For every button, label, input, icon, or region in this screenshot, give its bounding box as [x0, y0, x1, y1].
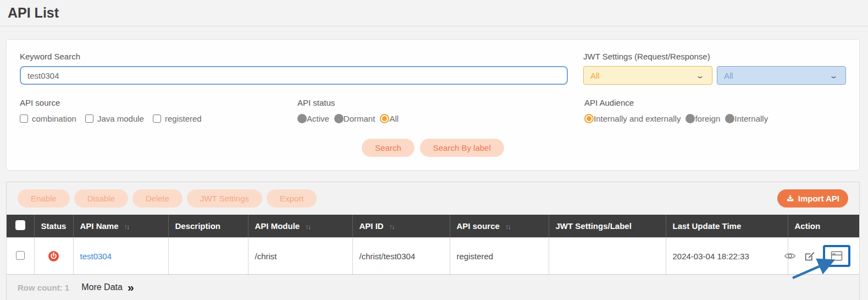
- checkbox-registered[interactable]: registered: [153, 114, 202, 123]
- jwt-request-value: All: [590, 71, 600, 80]
- api-card-icon[interactable]: [831, 251, 843, 261]
- cell-jwt-settings-label: [549, 238, 666, 275]
- radio-icon[interactable]: [334, 114, 344, 123]
- search-button[interactable]: Search: [362, 139, 414, 157]
- radio-audience-internally-externally[interactable]: Internally and externally: [584, 114, 681, 123]
- col-api-id: API ID↑↓: [352, 215, 450, 238]
- more-data-button[interactable]: More Data »: [81, 282, 134, 292]
- checkbox-combination[interactable]: combination: [20, 114, 76, 123]
- double-chevron-right-icon: »: [128, 283, 134, 291]
- radio-audience-internally[interactable]: Internally: [725, 114, 768, 123]
- keyword-search-input[interactable]: [20, 66, 568, 85]
- table-row: test0304 /christ /christ/test0304 regist…: [7, 238, 859, 275]
- checkbox-java-module[interactable]: Java module: [85, 114, 144, 123]
- sort-icon[interactable]: ↑↓: [505, 222, 510, 231]
- cell-api-id: /christ/test0304: [352, 238, 450, 275]
- col-status: Status: [34, 215, 73, 238]
- export-button[interactable]: Export: [267, 189, 317, 208]
- table-toolbar: Enable Disable Delete JWT Settings Expor…: [7, 182, 859, 215]
- jwt-response-value: All: [724, 71, 733, 80]
- api-status-label: API status: [297, 98, 584, 107]
- page-title: API List: [0, 0, 868, 26]
- chevron-down-icon: ⌄: [829, 72, 838, 80]
- api-audience-label: API Audience: [584, 98, 846, 107]
- jwt-settings-label: JWT Settings (Request/Response): [583, 52, 846, 61]
- cell-last-update-time: 2024-03-04 18:22:33: [666, 238, 788, 275]
- jwt-settings-button[interactable]: JWT Settings: [187, 189, 262, 208]
- radio-icon[interactable]: [725, 114, 734, 123]
- radio-status-all[interactable]: All: [380, 114, 399, 123]
- checkbox-icon[interactable]: [85, 114, 93, 123]
- edit-icon[interactable]: [804, 251, 815, 261]
- search-panel: Keyword Search JWT Settings (Request/Res…: [6, 39, 860, 171]
- table-footer: Row count: 1 More Data »: [7, 275, 859, 300]
- radio-icon[interactable]: [685, 114, 695, 123]
- col-jwt-settings-label: JWT Settings/Label: [549, 215, 666, 238]
- radio-audience-foreign[interactable]: foreign: [685, 114, 720, 123]
- enable-button[interactable]: Enable: [18, 189, 70, 208]
- sort-icon[interactable]: ↑↓: [389, 222, 394, 231]
- chevron-down-icon: ⌄: [695, 72, 705, 80]
- api-name-link[interactable]: test0304: [80, 252, 112, 261]
- col-api-name: API Name↑↓: [73, 215, 168, 238]
- api-source-label: API source: [20, 98, 297, 107]
- api-table: Status API Name↑↓ Description API Module…: [7, 215, 859, 275]
- row-checkbox[interactable]: [16, 251, 25, 260]
- api-table-panel: Enable Disable Delete JWT Settings Expor…: [6, 182, 860, 300]
- jwt-request-select[interactable]: All ⌄: [583, 66, 712, 85]
- col-last-update-time: Last Update Time: [666, 215, 788, 238]
- view-eye-icon[interactable]: [784, 252, 796, 260]
- status-disabled-icon: [48, 251, 59, 261]
- cell-api-source: registered: [450, 238, 549, 275]
- delete-button[interactable]: Delete: [132, 189, 183, 208]
- row-count: Row count: 1: [18, 283, 69, 292]
- cell-api-module: /christ: [248, 238, 352, 275]
- import-api-button[interactable]: Import API: [777, 189, 848, 208]
- disable-button[interactable]: Disable: [74, 189, 128, 208]
- search-by-label-button[interactable]: Search By label: [420, 139, 504, 157]
- keyword-search-label: Keyword Search: [20, 52, 568, 61]
- radio-icon[interactable]: [297, 114, 307, 123]
- radio-status-dormant[interactable]: Dormant: [334, 114, 375, 123]
- checkbox-icon[interactable]: [153, 114, 161, 123]
- col-api-module: API Module↑↓: [248, 215, 352, 238]
- checkbox-icon[interactable]: [20, 114, 28, 123]
- col-api-source: API source↑↓: [450, 215, 549, 238]
- radio-selected-icon[interactable]: [584, 114, 594, 123]
- cell-description: [168, 238, 248, 275]
- action-highlight-box: [823, 245, 850, 267]
- table-header-row: Status API Name↑↓ Description API Module…: [7, 215, 859, 238]
- radio-selected-icon[interactable]: [380, 114, 389, 123]
- radio-status-active[interactable]: Active: [297, 114, 329, 123]
- sort-icon[interactable]: ↑↓: [305, 222, 310, 231]
- jwt-response-select[interactable]: All ⌄: [717, 66, 846, 85]
- select-all-checkbox[interactable]: [15, 220, 25, 230]
- col-description: Description: [168, 215, 248, 238]
- title-divider: [0, 26, 868, 26]
- download-icon: [786, 194, 794, 203]
- sort-icon[interactable]: ↑↓: [124, 222, 129, 231]
- col-action: Action: [788, 215, 859, 238]
